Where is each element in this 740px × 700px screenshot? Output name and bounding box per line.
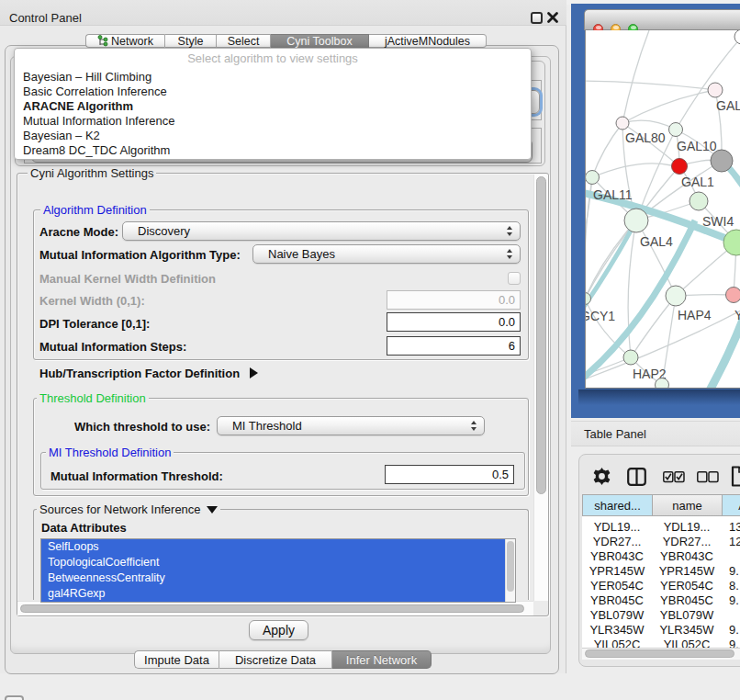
data-attribute-item[interactable]: TopologicalCoefficient xyxy=(41,555,506,570)
mi-threshold-definition-title: MI Threshold Definition xyxy=(46,446,174,459)
network-node-hap4[interactable] xyxy=(666,286,686,306)
tab-infer-network[interactable]: Infer Network xyxy=(332,650,432,669)
network-edge[interactable] xyxy=(586,299,631,357)
tab-style[interactable]: Style xyxy=(165,34,217,48)
network-node[interactable] xyxy=(656,378,669,390)
table-cell: 13 xyxy=(722,520,740,535)
data-attributes-list[interactable]: SelfLoopsTopologicalCoefficientBetweenne… xyxy=(40,538,516,603)
network-window-titlebar[interactable] xyxy=(584,9,740,30)
table-cell: YER054C xyxy=(582,579,652,593)
settings-horizontal-scrollbar[interactable] xyxy=(17,601,533,615)
column-header-shared-[interactable]: shared... xyxy=(582,494,652,516)
gear-icon[interactable] xyxy=(593,468,611,489)
unselect-all-columns-icon[interactable] xyxy=(697,470,719,487)
algorithm-option[interactable]: Bayesian – Hill Climbing xyxy=(15,70,531,85)
network-node-gal4[interactable] xyxy=(624,209,648,232)
partial-button[interactable] xyxy=(5,695,24,700)
network-node-label: GAL4 xyxy=(640,234,673,249)
table-row[interactable]: YER054CYER054C8. xyxy=(582,579,740,593)
dpi-tolerance-field[interactable]: 0.0 xyxy=(387,312,521,332)
column-header-name[interactable]: name xyxy=(652,494,722,516)
table-row[interactable]: YBL079WYBL079W xyxy=(582,608,740,623)
table-cell xyxy=(722,608,740,623)
network-edge[interactable] xyxy=(628,220,636,357)
network-node-gal1[interactable] xyxy=(672,159,688,175)
data-attribute-item[interactable]: SelfLoops xyxy=(41,539,506,555)
network-node-gal80[interactable] xyxy=(616,117,629,130)
manual-kernel-width-checkbox[interactable] xyxy=(508,272,521,285)
algorithm-option[interactable]: ARACNE Algorithm xyxy=(15,99,531,114)
table-cell: YDL19... xyxy=(652,520,722,535)
mi-steps-label: Mutual Information Steps: xyxy=(39,340,186,354)
expand-arrow-icon[interactable] xyxy=(250,367,258,378)
table-row[interactable]: YPR145WYPR145W9. xyxy=(582,564,740,579)
new-column-icon[interactable] xyxy=(731,466,740,491)
network-canvas[interactable]: GALGAL80GAL10GAL1GAL11SWI4GAL4GCY1HAP4YH… xyxy=(585,30,740,389)
algorithm-definition-title: Algorithm Definition xyxy=(40,203,150,217)
aracne-mode-combobox[interactable]: Discovery xyxy=(122,221,521,241)
mi-steps-field[interactable]: 6 xyxy=(387,336,521,356)
algorithm-option[interactable]: Basic Correlation Inference xyxy=(15,85,531,99)
network-edge[interactable] xyxy=(676,37,740,130)
table-row[interactable]: YIL052CYIL052C9. xyxy=(582,638,740,648)
tab-network[interactable]: Network xyxy=(85,34,165,48)
network-edge[interactable] xyxy=(586,81,715,90)
network-edge[interactable] xyxy=(592,123,622,177)
select-all-columns-icon[interactable] xyxy=(663,470,685,487)
network-node-gal10[interactable] xyxy=(669,123,683,137)
algorithm-option[interactable]: Bayesian – K2 xyxy=(15,129,531,143)
network-node-swi4[interactable] xyxy=(690,192,708,210)
network-node-hap2[interactable] xyxy=(623,350,638,365)
tab-select[interactable]: Select xyxy=(217,34,271,48)
network-edge[interactable] xyxy=(636,220,676,296)
table-cell xyxy=(722,549,740,564)
manual-kernel-width-label: Manual Kernel Width Definition xyxy=(39,272,216,286)
table-cell: YLR345W xyxy=(582,623,652,638)
network-edge[interactable] xyxy=(622,90,715,123)
mi-algorithm-type-combobox[interactable]: Naive Bayes xyxy=(252,244,521,264)
table-row[interactable]: YDR27...YDR27...12 xyxy=(582,535,740,549)
tab-label: jActiveMNodules xyxy=(385,35,470,48)
network-node-y[interactable] xyxy=(726,288,740,303)
settings-vertical-scrollbar[interactable] xyxy=(533,175,548,601)
tab-impute-data[interactable]: Impute Data xyxy=(134,650,219,669)
column-header-a[interactable]: A xyxy=(722,494,740,516)
network-edge[interactable] xyxy=(631,296,676,357)
algorithm-option[interactable]: Dream8 DC_TDC Algorithm xyxy=(15,143,531,158)
split-view-icon[interactable] xyxy=(627,468,646,490)
network-node-gal11[interactable] xyxy=(586,171,600,185)
network-node[interactable] xyxy=(734,30,740,44)
float-window-icon[interactable] xyxy=(531,12,543,24)
list-vertical-scrollbar[interactable] xyxy=(505,539,515,602)
table-horizontal-scrollbar-thumb[interactable] xyxy=(585,649,734,658)
algorithm-dropdown-hint: Select algorithm to view settings xyxy=(15,51,531,67)
settings-vertical-scrollbar-thumb[interactable] xyxy=(536,176,546,494)
network-node[interactable] xyxy=(711,150,733,172)
close-icon[interactable] xyxy=(546,10,559,25)
table-row[interactable]: YBR045CYBR045C9. xyxy=(582,593,740,608)
algorithm-option[interactable]: Mutual Information Inference xyxy=(15,114,531,129)
table-row[interactable]: YDL19...YDL19...13 xyxy=(582,520,740,535)
threshold-definition-title: Threshold Definition xyxy=(37,391,149,405)
network-node-label: Y xyxy=(734,308,740,322)
apply-button[interactable]: Apply xyxy=(249,620,308,640)
table-cell: YIL052C xyxy=(652,638,722,648)
sources-group-title[interactable]: Sources for Network Inference xyxy=(37,502,220,516)
tab-cyni-toolbox[interactable]: Cyni Toolbox xyxy=(271,34,369,48)
table-row[interactable]: YLR345WYLR345W9. xyxy=(582,623,740,638)
tab-discretize-data[interactable]: Discretize Data xyxy=(219,650,332,669)
table-row[interactable]: YBR043CYBR043C xyxy=(582,549,740,564)
control-panel-title: Control Panel xyxy=(9,11,82,25)
data-attribute-item[interactable]: BetweennessCentrality xyxy=(41,570,506,586)
which-threshold-combobox[interactable]: MI Threshold xyxy=(217,416,485,435)
table-cell: YDR27... xyxy=(582,535,652,549)
data-attribute-item[interactable]: gal4RGexp xyxy=(41,586,506,602)
network-node-gal[interactable] xyxy=(708,83,723,97)
mi-threshold-field[interactable]: 0.5 xyxy=(385,465,514,484)
kernel-width-field[interactable]: 0.0 xyxy=(387,290,521,310)
network-edge[interactable] xyxy=(622,30,649,123)
tab-jactivemnodules[interactable]: jActiveMNodules xyxy=(369,34,487,48)
network-edge[interactable] xyxy=(592,164,671,177)
list-vertical-scrollbar-thumb[interactable] xyxy=(507,541,514,592)
settings-horizontal-scrollbar-thumb[interactable] xyxy=(20,604,524,613)
